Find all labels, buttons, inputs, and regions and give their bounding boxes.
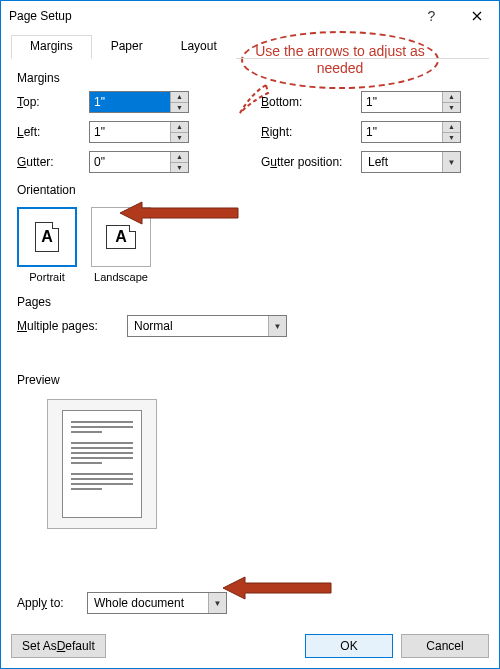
top-spin-up[interactable]: ▲ [171, 92, 188, 103]
annotation-arrow-2 [223, 575, 333, 601]
tab-layout[interactable]: Layout [162, 35, 236, 59]
right-spinner[interactable]: ▲ ▼ [361, 121, 461, 143]
orientation-group-label: Orientation [17, 183, 483, 197]
right-spin-up[interactable]: ▲ [443, 122, 460, 133]
tab-margins[interactable]: Margins [11, 35, 92, 59]
chevron-down-icon: ▼ [268, 316, 286, 336]
portrait-icon: A [35, 222, 59, 252]
multiple-pages-dropdown[interactable]: Normal ▼ [127, 315, 287, 337]
bottom-spinner[interactable]: ▲ ▼ [361, 91, 461, 113]
preview-group-label: Preview [17, 373, 483, 387]
annotation-callout-tail [236, 79, 276, 119]
gutter-input[interactable] [90, 152, 170, 172]
right-label: Right: [261, 125, 361, 139]
left-spin-up[interactable]: ▲ [171, 122, 188, 133]
multiple-pages-label: Multiple pages: [17, 319, 127, 333]
set-as-default-button[interactable]: Set As Default [11, 634, 106, 658]
landscape-label: Landscape [91, 271, 151, 283]
dialog-buttons: Set As Default OK Cancel [1, 626, 499, 668]
top-label: Top: [17, 95, 89, 109]
left-spinner[interactable]: ▲ ▼ [89, 121, 189, 143]
window-title: Page Setup [9, 9, 409, 23]
bottom-input[interactable] [362, 92, 442, 112]
portrait-label: Portrait [17, 271, 77, 283]
left-input[interactable] [90, 122, 170, 142]
gutter-spin-up[interactable]: ▲ [171, 152, 188, 163]
annotation-arrow-1 [120, 200, 240, 226]
right-input[interactable] [362, 122, 442, 142]
pages-group-label: Pages [17, 295, 483, 309]
apply-to-dropdown[interactable]: Whole document ▼ [87, 592, 227, 614]
gutter-spinner[interactable]: ▲ ▼ [89, 151, 189, 173]
bottom-spin-down[interactable]: ▼ [443, 103, 460, 113]
gutter-pos-label: Gutter position: [261, 155, 361, 169]
landscape-icon: A [106, 225, 136, 249]
ok-button[interactable]: OK [305, 634, 393, 658]
gutter-pos-value: Left [362, 155, 442, 169]
preview-page-icon [62, 410, 142, 518]
left-label: Left: [17, 125, 89, 139]
multiple-pages-value: Normal [128, 319, 268, 333]
svg-marker-1 [223, 577, 331, 599]
gutter-spin-down[interactable]: ▼ [171, 163, 188, 173]
help-button[interactable]: ? [409, 1, 454, 31]
cancel-button[interactable]: Cancel [401, 634, 489, 658]
apply-to-value: Whole document [88, 596, 208, 610]
dialog-content: Margins Paper Layout Margins Top: ▲ ▼ [1, 31, 499, 626]
gutter-label: Gutter: [17, 155, 89, 169]
orientation-portrait[interactable]: A [17, 207, 77, 267]
close-icon [472, 11, 482, 21]
preview-area [47, 399, 157, 529]
page-setup-dialog: Page Setup ? Margins Paper Layout Margin… [0, 0, 500, 669]
apply-to-label: Apply to: [17, 596, 81, 610]
gutter-position-dropdown[interactable]: Left ▼ [361, 151, 461, 173]
title-bar: Page Setup ? [1, 1, 499, 31]
close-button[interactable] [454, 1, 499, 31]
tab-panel-margins: Margins Top: ▲ ▼ Left: [11, 59, 489, 626]
chevron-down-icon: ▼ [442, 152, 460, 172]
left-spin-down[interactable]: ▼ [171, 133, 188, 143]
tab-strip: Margins Paper Layout [11, 35, 489, 59]
bottom-spin-up[interactable]: ▲ [443, 92, 460, 103]
tab-paper[interactable]: Paper [92, 35, 162, 59]
top-spin-down[interactable]: ▼ [171, 103, 188, 113]
top-spinner[interactable]: ▲ ▼ [89, 91, 189, 113]
bottom-label: Bottom: [261, 95, 361, 109]
right-spin-down[interactable]: ▼ [443, 133, 460, 143]
svg-marker-0 [120, 202, 238, 224]
top-input[interactable] [90, 92, 170, 112]
